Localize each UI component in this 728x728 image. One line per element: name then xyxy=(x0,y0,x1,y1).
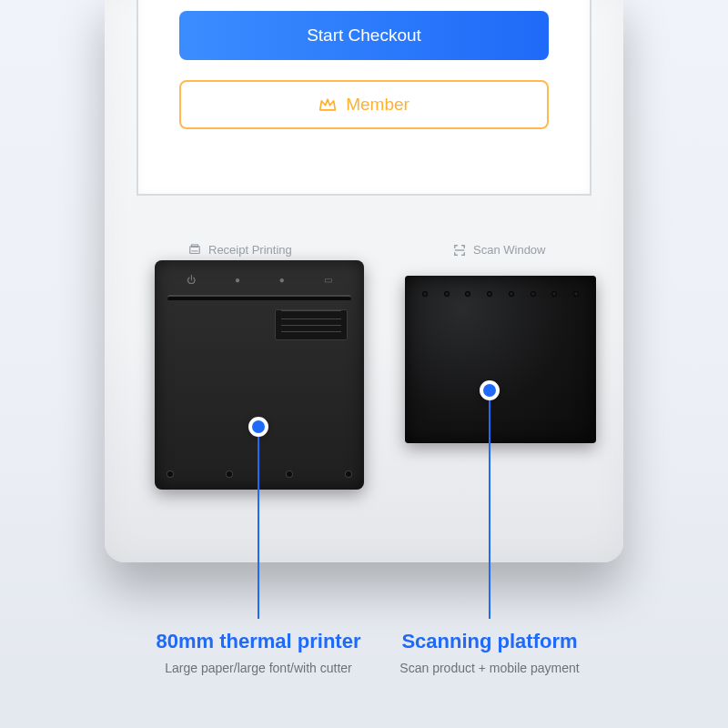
crown-icon xyxy=(318,97,337,112)
scanner-caption-subtitle: Scan product + mobile payment xyxy=(353,661,626,675)
barcode-scanner-window xyxy=(405,276,596,443)
receipt-printing-text: Receipt Printing xyxy=(208,243,292,257)
kiosk-device: Start Checkout Member Receipt Printing xyxy=(105,0,623,562)
callout-line-scanner xyxy=(489,400,490,619)
scan-window-label: Scan Window xyxy=(453,243,545,257)
scanner-sensor-dots xyxy=(423,292,578,296)
scan-window-text: Scan Window xyxy=(473,243,545,257)
scanner-caption: Scanning platform Scan product + mobile … xyxy=(353,630,626,675)
receipt-icon xyxy=(188,244,201,257)
scan-icon xyxy=(453,244,466,257)
kiosk-touchscreen: Start Checkout Member xyxy=(136,0,592,196)
receipt-printing-label: Receipt Printing xyxy=(188,243,292,257)
printer-paper-slot xyxy=(167,295,351,300)
printer-warning-label xyxy=(275,309,348,340)
scanner-caption-title: Scanning platform xyxy=(353,630,626,653)
callout-line-printer xyxy=(258,437,259,619)
printer-indicators: ⏻●●▭ xyxy=(167,269,351,289)
member-button-label: Member xyxy=(346,95,410,115)
thermal-printer-module: ⏻●●▭ xyxy=(155,260,364,490)
callout-marker-scanner xyxy=(480,380,500,400)
callout-marker-printer xyxy=(248,417,268,437)
start-checkout-button[interactable]: Start Checkout xyxy=(179,11,549,60)
printer-screws xyxy=(167,471,351,479)
member-button[interactable]: Member xyxy=(179,80,549,129)
